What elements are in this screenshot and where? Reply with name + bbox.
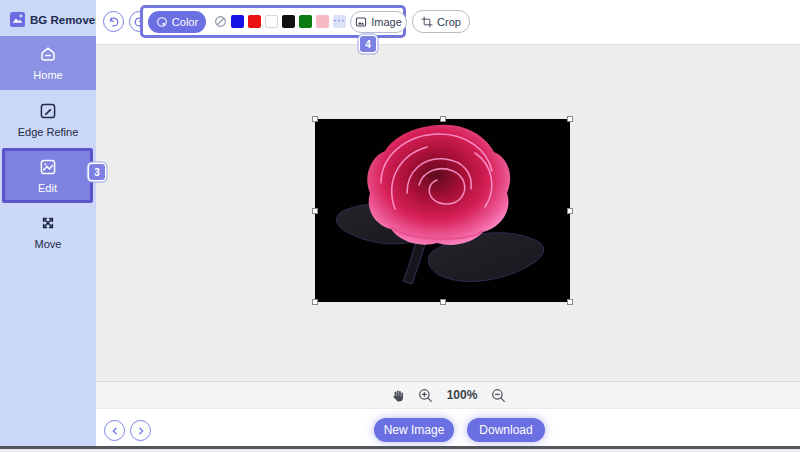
image-button-label: Image	[371, 16, 402, 28]
resize-handle-top-right[interactable]	[567, 116, 573, 122]
crop-button-label: Crop	[437, 16, 461, 28]
swatch-pink[interactable]	[316, 15, 329, 28]
undo-button[interactable]	[103, 11, 124, 32]
app-title: BG Remover	[30, 14, 100, 26]
new-image-button[interactable]: New Image	[374, 418, 454, 442]
zoom-out-icon	[491, 388, 506, 403]
color-button-label: Color	[172, 16, 198, 28]
sidebar-item-move[interactable]: Move	[0, 206, 96, 258]
crop-button[interactable]: Crop	[412, 10, 470, 33]
sidebar-item-label: Move	[35, 238, 62, 250]
resize-handle-middle-right[interactable]	[567, 208, 573, 214]
undo-icon	[107, 15, 120, 28]
color-button[interactable]: Color	[148, 11, 206, 33]
selected-image[interactable]	[315, 119, 570, 302]
next-button[interactable]	[130, 420, 151, 441]
chevron-left-icon	[109, 425, 121, 437]
bg-remover-logo-icon	[10, 12, 25, 27]
rose-image	[315, 119, 570, 302]
edit-image-icon	[39, 158, 57, 176]
edge-refine-icon	[39, 102, 57, 120]
sidebar-item-label: Edge Refine	[18, 126, 79, 138]
tutorial-step-badge-edit: 3	[89, 164, 105, 180]
resize-handle-bottom-right[interactable]	[567, 299, 573, 305]
image-icon	[355, 16, 367, 28]
sidebar-item-edit[interactable]: Edit	[2, 148, 93, 203]
hand-icon	[390, 388, 404, 402]
swatch-transparent-none[interactable]	[213, 15, 227, 29]
resize-handle-bottom-left[interactable]	[312, 299, 318, 305]
slashed-circle-icon	[214, 15, 227, 28]
tutorial-highlight-color-tools: Color ··· Image	[140, 5, 406, 38]
app-brand: BG Remover	[10, 12, 100, 27]
sidebar: BG Remover Home Edge Refine Edit	[0, 0, 96, 446]
zoom-out-tool[interactable]	[491, 388, 506, 403]
crop-icon	[421, 16, 433, 28]
sidebar-item-edge-refine[interactable]: Edge Refine	[0, 94, 96, 146]
zoom-level: 100%	[447, 388, 478, 402]
zoom-in-icon	[418, 388, 433, 403]
zoom-controls: 100%	[96, 381, 800, 408]
resize-handle-top-center[interactable]	[440, 116, 446, 122]
swatch-red[interactable]	[248, 15, 261, 28]
swatch-black[interactable]	[282, 15, 295, 28]
bottom-bar: New Image Download	[96, 408, 800, 446]
sidebar-item-home[interactable]: Home	[0, 36, 96, 90]
swatch-blue[interactable]	[231, 15, 244, 28]
swatch-white[interactable]	[265, 15, 278, 28]
chevron-right-icon	[135, 425, 147, 437]
sidebar-item-label: Home	[33, 69, 62, 81]
home-icon	[39, 45, 57, 63]
previous-button[interactable]	[104, 420, 125, 441]
move-icon	[39, 214, 57, 232]
top-toolbar: Color ··· Image Crop 4	[96, 0, 800, 45]
resize-handle-top-left[interactable]	[312, 116, 318, 122]
image-background-button[interactable]: Image	[350, 11, 407, 33]
palette-icon	[156, 16, 168, 28]
swatch-green[interactable]	[299, 15, 312, 28]
editor-canvas[interactable]	[96, 45, 800, 381]
resize-handle-bottom-center[interactable]	[440, 299, 446, 305]
sidebar-item-label: Edit	[38, 182, 57, 194]
tutorial-step-badge-color: 4	[360, 36, 376, 52]
resize-handle-middle-left[interactable]	[312, 208, 318, 214]
zoom-in-tool[interactable]	[418, 388, 433, 403]
pan-hand-tool[interactable]	[390, 388, 404, 402]
swatch-more-colors[interactable]: ···	[333, 15, 346, 28]
download-button[interactable]: Download	[467, 418, 545, 442]
